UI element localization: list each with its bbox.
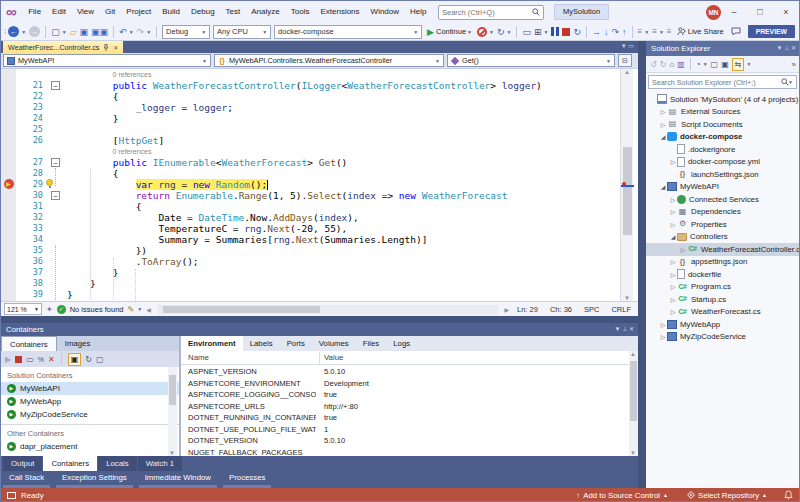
immediate-window-icon[interactable]: ≡ — [667, 27, 672, 36]
save-icon[interactable]: ▣ — [80, 24, 89, 40]
expanded-arrow-icon[interactable]: ◢ — [659, 183, 667, 190]
menu-edit[interactable]: Edit — [47, 1, 72, 23]
code-cleanup-icon[interactable]: ✎ — [128, 305, 135, 314]
add-to-source-control-button[interactable]: ↑ Add to Source Control ▲ — [576, 491, 668, 500]
feedback-icon[interactable] — [731, 27, 741, 36]
collapsed-arrow-icon[interactable]: ▷ — [659, 321, 667, 328]
detail-tab-labels[interactable]: Labels — [243, 336, 280, 351]
minimize-button[interactable]: – — [721, 1, 747, 23]
navigate-back-dropdown[interactable]: ▼ — [21, 29, 26, 35]
bottom-tab-output[interactable]: Output — [3, 456, 42, 471]
tree-item-docker-compose-yml[interactable]: ▷docker-compose.yml — [646, 156, 799, 169]
env-table-scrollbar[interactable]: ▲ ▼ — [629, 351, 638, 456]
detail-tab-volumes[interactable]: Volumes — [312, 336, 356, 351]
env-row[interactable]: DOTNET_VERSION5.0.10 — [181, 435, 621, 447]
tree-item-dependencies[interactable]: ▷▦Dependencies — [646, 206, 799, 219]
hscroll-thumb[interactable] — [163, 306, 320, 313]
collapsed-arrow-icon[interactable]: ▷ — [669, 158, 677, 165]
solution-explorer-title[interactable]: Solution Explorer ▼ ⊥ ✕ — [646, 41, 799, 56]
document-tab[interactable]: WeatherForec...Controller.cs ✕ — [3, 41, 123, 53]
collapsed-arrow-icon[interactable]: ▷ — [669, 196, 677, 203]
collapsed-arrow-icon[interactable]: ▷ — [669, 283, 677, 290]
intellicode-icon[interactable]: ✦ — [46, 305, 53, 314]
collapse-all-icon[interactable]: ▢ — [711, 60, 719, 69]
issues-label[interactable]: No issues found — [70, 305, 124, 314]
solution-explorer-search[interactable]: Search Solution Explorer (Ctrl+;) ▼ — [648, 75, 797, 89]
tree-item-mywebapp[interactable]: ▷MyWebApp — [646, 318, 799, 331]
notifications-bell-icon[interactable] — [784, 490, 793, 500]
env-row[interactable]: ASPNETCORE_LOGGING__CONSOLE__DISA...true — [181, 389, 621, 401]
collapsed-arrow-icon[interactable]: ▷ — [669, 308, 677, 315]
close-icon[interactable]: ✕ — [791, 45, 796, 51]
switch-views-icon[interactable]: ▥ — [677, 60, 685, 69]
close-button[interactable]: × — [773, 1, 799, 23]
editor-horizontal-scrollbar[interactable] — [157, 305, 499, 314]
detail-tab-files[interactable]: Files — [356, 336, 386, 351]
remove-container-icon[interactable]: ✕ — [48, 355, 55, 364]
env-row[interactable]: ASPNET_VERSION5.0.10 — [181, 366, 621, 378]
menu-window[interactable]: Window — [365, 1, 404, 23]
open-file-icon[interactable]: ▱ — [70, 24, 77, 40]
show-all-files-icon[interactable]: ▣ — [721, 60, 729, 69]
restart-app-icon[interactable]: ↻ — [573, 24, 581, 40]
solution-configuration-dropdown[interactable]: Debug▼ — [162, 25, 210, 39]
tree-item-weatherforecast-cs[interactable]: ▷C#WeatherForecast.cs — [646, 306, 799, 319]
bottom-tab-containers[interactable]: Containers — [43, 456, 97, 471]
containers-list-scrollbar[interactable]: ▼ — [168, 367, 177, 456]
tree-item-controllers[interactable]: ◢Controllers — [646, 231, 799, 244]
member-dropdown[interactable]: Get()▼ — [447, 54, 615, 67]
codelens-references[interactable]: 0 references — [113, 146, 152, 157]
fold-collapse-icon[interactable]: – — [51, 158, 60, 167]
back-icon[interactable]: ↺ — [650, 60, 657, 69]
code-editor[interactable]: 0 references21– public WeatherForecastCo… — [1, 69, 638, 301]
browser-link-icon[interactable]: ▭ — [522, 24, 531, 40]
memory-window-icon[interactable]: ≡ — [638, 27, 643, 36]
tree-item-appsettings-json[interactable]: ▷{}appsettings.json — [646, 256, 799, 269]
menu-view[interactable]: View — [71, 1, 99, 23]
env-row[interactable]: DOTNET_RUNNING_IN_CONTAINERtrue — [181, 412, 621, 424]
tab-well-overflow-icon[interactable]: ▼ ▭ — [621, 42, 634, 49]
window-position-icon[interactable]: ▼ — [776, 45, 782, 51]
redo-icon[interactable]: ↷ — [137, 24, 145, 40]
home-icon[interactable]: ⌂ — [669, 60, 674, 69]
container-item-mywebapp[interactable]: ▶MyWebApp — [1, 395, 179, 408]
collapsed-arrow-icon[interactable]: ▷ — [669, 258, 677, 265]
column-value[interactable]: Value — [324, 351, 343, 365]
menu-debug[interactable]: Debug — [186, 1, 221, 23]
tree-item-launchsettings-json[interactable]: {}launchSettings.json — [646, 168, 799, 181]
horizontal-splitter[interactable] — [1, 316, 638, 323]
window-layout-icon[interactable]: ⊞ — [534, 24, 542, 40]
overflow-icon[interactable]: » — [792, 60, 796, 69]
vertical-splitter[interactable] — [638, 41, 646, 488]
pin-icon[interactable] — [103, 44, 109, 51]
sync-with-active-document-icon[interactable]: ⇆ — [732, 58, 745, 71]
step-over-icon[interactable]: ↷ — [612, 24, 620, 40]
column-indicator[interactable]: Ch: 36 — [546, 305, 576, 314]
containers-tab-images[interactable]: Images — [57, 336, 99, 351]
bottom-tab-locals[interactable]: Locals — [98, 456, 137, 471]
collapsed-arrow-icon[interactable]: ▷ — [669, 271, 677, 278]
zoom-dropdown[interactable]: 121 %▼ — [4, 303, 42, 315]
navigate-forward-icon[interactable]: → — [29, 26, 40, 37]
menu-file[interactable]: File — [23, 1, 47, 23]
menu-git[interactable]: Git — [100, 1, 121, 23]
tree-item-dockerfile[interactable]: ▷dockerfile — [646, 268, 799, 281]
tree-item-myzipcodeservice[interactable]: ▷MyZipCodeService — [646, 331, 799, 344]
container-item-dapr_placement[interactable]: ▶dapr_placement — [1, 440, 179, 453]
show-next-statement-icon[interactable]: → — [592, 24, 601, 40]
hscroll-right-icon[interactable]: ▶ — [504, 306, 509, 313]
menu-extensions[interactable]: Extensions — [315, 1, 365, 23]
container-item-mywebapi[interactable]: ▶MyWebAPI — [1, 382, 179, 395]
collapsed-arrow-icon[interactable]: ▷ — [659, 333, 667, 340]
line-ending-indicator[interactable]: CRLF — [607, 305, 635, 314]
collapsed-arrow-icon[interactable]: ▷ — [669, 221, 677, 228]
solution-badge[interactable]: MySolution — [554, 4, 609, 20]
step-into-icon[interactable]: ↓ — [604, 24, 609, 40]
detail-tab-logs[interactable]: Logs — [386, 336, 417, 351]
live-share-button[interactable]: Live Share — [677, 27, 724, 36]
env-row[interactable]: NUGET_FALLBACK_PACKAGES — [181, 447, 621, 457]
bottom-tab-watch-1[interactable]: Watch 1 — [138, 456, 182, 471]
select-repository-button[interactable]: Select Repository ▲ — [687, 491, 767, 500]
fold-collapse-icon[interactable]: – — [51, 81, 60, 90]
container-item-myzipcodeservice[interactable]: ▶MyZipCodeService — [1, 408, 179, 421]
